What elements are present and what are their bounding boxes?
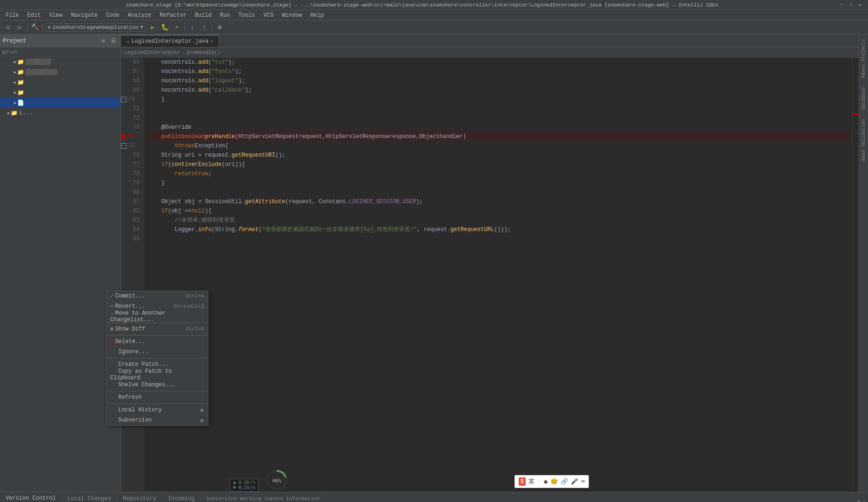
bean-validation-tab[interactable]: Bean Validation	[860, 116, 867, 164]
settings-button[interactable]: ⚙	[214, 22, 225, 33]
menu-vcs[interactable]: VCS	[260, 11, 278, 20]
breakpoint-dot	[121, 134, 126, 139]
breadcrumb-method[interactable]: preHandle()	[187, 50, 220, 55]
menu-code[interactable]: Code	[102, 11, 123, 20]
menu-run[interactable]: Run	[216, 11, 234, 20]
menu-view[interactable]: View	[46, 11, 67, 20]
menu-navigate[interactable]: Navigate	[67, 11, 101, 20]
tab-bar: ☕ LoginedInterceptor.java ✕	[121, 34, 859, 47]
code-line-78: return true;	[148, 169, 848, 178]
run-config-selector[interactable]: ⚙ ZoomShareStageWebApplication ▼	[45, 23, 146, 32]
ignore-icon	[110, 349, 116, 355]
tree-item[interactable]: ▶ 📁 L...	[0, 108, 120, 118]
close-button[interactable]: ✕	[859, 2, 864, 8]
code-line-71	[148, 104, 848, 113]
code-line-80	[148, 188, 848, 197]
code-line-81: Object obj = SessionUtil.getAttribute(re…	[148, 197, 848, 206]
toolbar: ◁ ▷ 🔨 ⚙ ZoomShareStageWebApplication ▼ ▶…	[0, 20, 868, 34]
menu-help[interactable]: Help	[307, 11, 327, 20]
menu-tools[interactable]: Tools	[235, 11, 259, 20]
cm-show-diff[interactable]: ⊞Show Diff Ctrl+D	[107, 324, 208, 334]
database-tab[interactable]: Database	[860, 85, 867, 112]
tab-label: LoginedInterceptor.java	[132, 38, 209, 45]
revert-icon: ↩	[110, 304, 114, 309]
code-line-85	[148, 234, 848, 244]
coverage-button[interactable]: ☂	[171, 22, 182, 33]
menu-edit[interactable]: Edit	[24, 11, 45, 20]
input-sep: ·	[537, 478, 541, 485]
tree-item[interactable]: ▶ 📁	[0, 77, 120, 87]
tab-repository[interactable]: Repository	[117, 493, 162, 502]
cm-refresh[interactable]: Refresh	[107, 392, 208, 403]
maximize-button[interactable]: □	[849, 2, 855, 8]
copy-icon	[110, 369, 116, 374]
tab-version-control[interactable]: Version Control	[0, 493, 62, 502]
cm-shelve[interactable]: Shelve Changes...	[107, 380, 208, 390]
cm-commit[interactable]: ✓Commit... Ctrl+K	[107, 291, 208, 301]
tree-item[interactable]: ▶ 📁	[0, 87, 120, 98]
project-panel-title: Project	[3, 38, 26, 44]
input-method-logo: S	[519, 477, 526, 486]
minimize-button[interactable]: ─	[840, 2, 846, 8]
cm-delete[interactable]: ✕Delete...	[107, 337, 208, 347]
tree-item-selected[interactable]: ▶ 📄	[0, 98, 120, 108]
input-setting-icon[interactable]: ◉	[544, 478, 548, 485]
tab-close-icon[interactable]: ✕	[210, 39, 213, 44]
history-icon	[110, 407, 116, 413]
menu-window[interactable]: Window	[278, 11, 306, 20]
tab-logined-interceptor[interactable]: ☕ LoginedInterceptor.java ✕	[121, 35, 219, 47]
tree-item[interactable]: ▶ 📁 er	[0, 57, 120, 67]
commit-button[interactable]: ↑	[199, 22, 210, 33]
cm-ignore[interactable]: Ignore...	[107, 347, 208, 357]
menu-analyze[interactable]: Analyze	[124, 11, 155, 20]
tab-svn-info[interactable]: Subversion Working Copies Information	[200, 493, 326, 502]
toolbar-build[interactable]: 🔨	[29, 22, 40, 33]
tab-local-changes[interactable]: Local Changes	[62, 493, 117, 502]
menu-build[interactable]: Build	[191, 11, 215, 20]
input-lang[interactable]: 英	[528, 477, 534, 486]
net-speed: ▲ 0.5k/s ▼ 0.1k/s	[230, 479, 259, 492]
tab-incoming[interactable]: Incoming	[162, 493, 201, 502]
upload-speed: ▲ 0.5k/s	[233, 480, 255, 485]
panel-gear-icon[interactable]: ⚙	[99, 37, 107, 45]
input-method-bar[interactable]: S 英 · ◉ 😊 🔗 🎤 ⌨	[514, 475, 589, 488]
input-mic-icon[interactable]: 🎤	[571, 478, 578, 485]
editor-area: ☕ LoginedInterceptor.java ✕ LoginedInter…	[121, 34, 859, 492]
input-emoji-icon[interactable]: 😊	[550, 478, 558, 485]
shelve-icon	[110, 382, 116, 388]
code-area[interactable]: nocontrols.add("txt"); nocontrols.add("f…	[144, 58, 852, 492]
cm-move-changelist[interactable]: →Move to Another Changelist...	[107, 311, 208, 322]
run-button[interactable]: ▶	[147, 22, 158, 33]
breadcrumb-class[interactable]: LoginedInterceptor	[125, 50, 180, 55]
diff-icon: ⊞	[110, 326, 114, 332]
input-keyboard-icon[interactable]: ⌨	[581, 478, 585, 485]
menu-file[interactable]: File	[2, 11, 23, 20]
code-line-82: if(obj == null){	[148, 206, 848, 216]
cm-local-history[interactable]: Local History ▶	[107, 405, 208, 415]
cm-separator	[107, 403, 208, 404]
cm-subversion[interactable]: Subversion ▶	[107, 415, 208, 425]
line-num-68: 68	[121, 76, 142, 86]
panel-settings-icon[interactable]: ☰	[109, 37, 118, 45]
expand-icon[interactable]: ⇗	[862, 499, 865, 502]
right-vertical-tabs: Maven Projects Database Bean Validation	[859, 34, 868, 492]
fold-icon-75[interactable]: −	[121, 143, 127, 149]
toolbar-back[interactable]: ◁	[2, 22, 13, 33]
svn-icon	[110, 417, 116, 423]
line-num-82: 82	[121, 206, 142, 216]
toolbar-forward[interactable]: ▷	[14, 22, 25, 33]
tree-item[interactable]: ▶ 📁 n	[0, 67, 120, 77]
update-button[interactable]: ↓	[187, 22, 198, 33]
cm-copy-patch[interactable]: Copy as Patch to Clipboard	[107, 370, 208, 380]
menu-refactor[interactable]: Refactor	[156, 11, 190, 20]
fold-icon[interactable]: −	[121, 97, 127, 102]
move-icon: →	[110, 310, 114, 316]
line-num-70: − 70	[121, 95, 142, 104]
settings-gear-icon[interactable]: ⚙	[857, 499, 861, 502]
line-num-67: 67	[121, 67, 142, 76]
input-link-icon[interactable]: 🔗	[561, 478, 568, 485]
debug-button[interactable]: 🐛	[159, 22, 170, 33]
bottom-panel: Version Control Local Changes Repository…	[0, 492, 868, 502]
line-num-77: 77	[121, 160, 142, 169]
maven-projects-tab[interactable]: Maven Projects	[860, 36, 867, 81]
